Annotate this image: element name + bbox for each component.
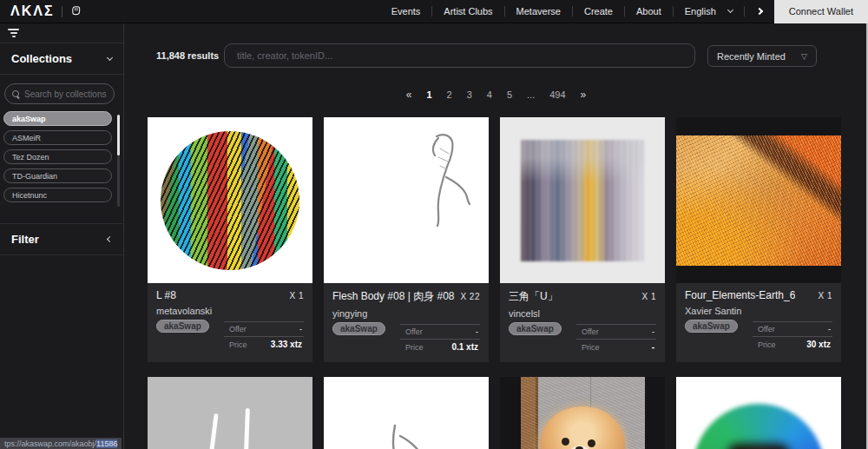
collections-sidebar: Collections akaSwap ASMeiR Tez Dozen TD-…	[0, 23, 124, 449]
collections-search-input[interactable]	[24, 89, 107, 99]
collection-badge[interactable]: akaSwap	[156, 320, 209, 333]
connect-wallet-button[interactable]: Connect Wallet	[774, 0, 868, 23]
nft-creator[interactable]: metavolanski	[156, 306, 304, 316]
chevron-down-icon	[727, 7, 733, 13]
offer-value: -	[476, 327, 478, 336]
pagination-page-4[interactable]: 4	[487, 89, 492, 100]
logo-divider	[62, 6, 62, 17]
pagination-page-494[interactable]: 494	[549, 89, 565, 100]
collection-item-hicetnunc[interactable]: Hicetnunc	[3, 188, 112, 202]
nft-creator[interactable]: vincelsl	[509, 308, 656, 319]
sort-selected-value: Recently Minted	[717, 51, 786, 62]
price-box: Offer- Price3.33 xtz	[224, 321, 304, 352]
nft-card-l-8[interactable]: L #8 X 1 metavolanski akaSwap Offer- Pri…	[148, 117, 312, 362]
nft-card-partial-1[interactable]	[148, 377, 312, 449]
top-navbar: ΛΚΛΣ Events Artist Clubs Metaverse Creat…	[0, 0, 868, 23]
blob-dark-core	[727, 444, 790, 449]
nft-card-info: Flesh Body #08 | 肉身 #08 X 22 yingying ak…	[324, 283, 489, 362]
price-value: 3.33 xtz	[271, 340, 302, 349]
dog-body	[540, 406, 625, 449]
collections-header-label: Collections	[11, 52, 72, 65]
token-search-input[interactable]	[225, 50, 694, 61]
pagination-page-5[interactable]: 5	[507, 89, 512, 100]
dog-ear	[601, 396, 614, 399]
price-label: Price	[582, 343, 600, 352]
nft-creator[interactable]: yingying	[332, 308, 480, 319]
nft-card-partial-4[interactable]	[676, 377, 841, 449]
link-url-highlight: 11586	[96, 439, 117, 448]
search-icon	[12, 90, 20, 98]
nft-editions: X 1	[289, 291, 304, 300]
collections-scrollbar-track	[117, 115, 120, 207]
nft-card-triangle-u[interactable]: 三角「U」 X 1 vincelsl akaSwap Offer- Price-	[500, 117, 665, 362]
akaswap-marketplace-page: ΛΚΛΣ Events Artist Clubs Metaverse Creat…	[0, 0, 868, 449]
price-value: 30 xtz	[806, 340, 831, 349]
collection-item-akaswap[interactable]: akaSwap	[3, 111, 112, 126]
pagination-page-1[interactable]: 1	[426, 89, 431, 100]
pagination-ellipsis: ...	[527, 89, 535, 100]
link-preview-tooltip: tps://akaswap.com/akaobj/11586	[0, 438, 122, 449]
nft-card-info: L #8 X 1 metavolanski akaSwap Offer- Pri…	[148, 283, 312, 360]
filter-header-label: Filter	[11, 233, 39, 246]
brush-stroke-art	[244, 408, 250, 449]
language-dropdown[interactable]: English	[674, 6, 744, 17]
offer-label: Offer	[758, 325, 775, 333]
nft-editions: X 22	[460, 292, 480, 301]
price-label: Price	[758, 340, 776, 349]
filter-section-header[interactable]: Filter	[0, 223, 123, 255]
dog-ear	[547, 398, 560, 402]
offer-value: -	[652, 327, 654, 336]
nav-about[interactable]: About	[625, 6, 673, 17]
offer-label: Offer	[582, 327, 599, 336]
nft-editions: X 1	[641, 292, 656, 301]
nft-card-flesh-body[interactable]: Flesh Body #08 | 肉身 #08 X 22 yingying ak…	[324, 117, 489, 362]
nav-events[interactable]: Events	[380, 6, 432, 17]
nft-title: Flesh Body #08 | 肉身 #08	[332, 289, 455, 304]
pagination-page-2[interactable]: 2	[447, 89, 452, 100]
results-count: 11,848 results	[156, 50, 219, 61]
rainbow-stripe-circle-art	[161, 131, 299, 270]
collection-badge[interactable]: akaSwap	[509, 322, 562, 335]
dog-photo-art	[521, 377, 645, 449]
pagination-last[interactable]: »	[581, 89, 587, 101]
earth-texture-art	[676, 135, 841, 266]
collection-item-asmeir[interactable]: ASMeiR	[3, 130, 112, 145]
sort-dropdown[interactable]: Recently Minted ▽	[707, 45, 817, 67]
nft-image	[676, 377, 841, 449]
language-label: English	[685, 6, 716, 17]
logo[interactable]: ΛΚΛΣ	[0, 3, 82, 20]
nft-creator[interactable]: Xavier Santin	[685, 306, 832, 316]
figure-sketch-partial-art	[386, 424, 426, 449]
pagination-first[interactable]: «	[406, 89, 412, 101]
filter-funnel-icon[interactable]	[8, 29, 19, 37]
nft-title: L #8	[156, 289, 176, 301]
nft-image	[324, 117, 489, 283]
nft-card-four-elements-earth[interactable]: Four_Elements-Earth_6 X 1 Xavier Santin …	[676, 117, 841, 362]
collection-badge[interactable]: akaSwap	[332, 322, 385, 335]
nft-card-partial-3[interactable]	[500, 377, 665, 449]
collections-scrollbar-thumb[interactable]	[117, 115, 120, 155]
chevron-left-icon	[107, 236, 113, 242]
nft-title: 三角「U」	[509, 289, 558, 304]
nft-image	[500, 117, 665, 283]
navbar-collapse-button[interactable]	[745, 9, 774, 14]
pagination-page-3[interactable]: 3	[467, 89, 472, 100]
dropdown-triangle-icon: ▽	[801, 52, 807, 61]
nav-metaverse[interactable]: Metaverse	[505, 6, 572, 17]
collection-item-td-guardian[interactable]: TD-Guardian	[3, 168, 112, 183]
collection-badge[interactable]: akaSwap	[685, 320, 738, 333]
price-box: Offer- Price-	[576, 324, 656, 354]
rainbow-blob-art	[693, 404, 825, 449]
nav-create[interactable]: Create	[573, 6, 624, 17]
nav-artist-clubs[interactable]: Artist Clubs	[432, 6, 503, 17]
collection-item-tez-dozen[interactable]: Tez Dozen	[3, 149, 112, 164]
collections-header[interactable]: Collections	[0, 43, 123, 75]
nft-card-partial-2[interactable]	[324, 377, 489, 449]
nft-image	[676, 117, 841, 283]
brush-stroke-art	[209, 413, 218, 449]
chevron-down-icon	[107, 54, 113, 60]
token-search-box	[224, 43, 695, 68]
sidebar-filter-row	[0, 23, 123, 43]
nft-card-info: Four_Elements-Earth_6 X 1 Xavier Santin …	[676, 283, 841, 360]
dog-eye	[588, 439, 595, 447]
